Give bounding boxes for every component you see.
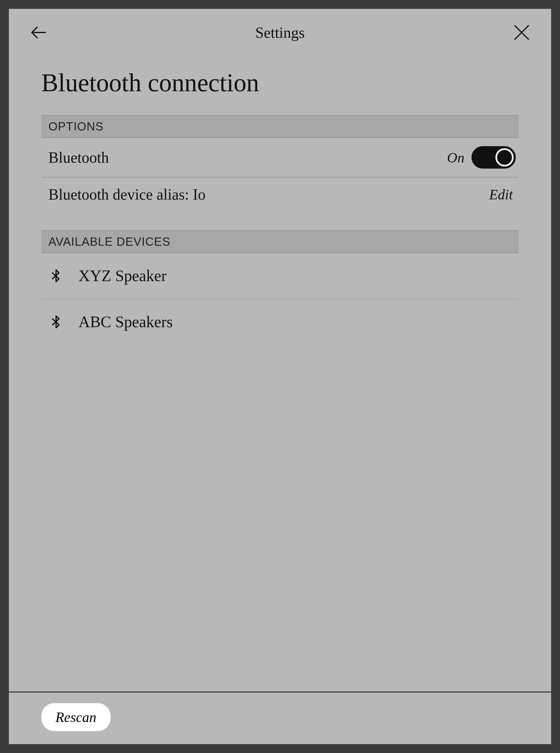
device-name: XYZ Speaker [79, 267, 166, 285]
back-arrow-icon [29, 23, 48, 42]
close-icon [513, 24, 530, 41]
device-frame: Settings Bluetooth connection OPTIONS Bl… [0, 0, 560, 753]
screen: Settings Bluetooth connection OPTIONS Bl… [9, 9, 551, 744]
device-row[interactable]: XYZ Speaker [41, 253, 519, 299]
bluetooth-toggle-group: On [447, 146, 516, 169]
edit-alias-button[interactable]: Edit [489, 186, 516, 202]
bluetooth-toggle[interactable] [472, 146, 516, 169]
bluetooth-icon [50, 269, 62, 283]
section-header-available: AVAILABLE DEVICES [41, 230, 519, 253]
device-list: XYZ Speaker ABC Speakers [41, 253, 519, 345]
bluetooth-label: Bluetooth [48, 149, 109, 166]
close-button[interactable] [510, 21, 534, 44]
device-name: ABC Speakers [79, 313, 173, 331]
header-title: Settings [50, 24, 510, 41]
bluetooth-icon [50, 315, 62, 329]
rescan-button[interactable]: Rescan [41, 703, 111, 731]
alias-row[interactable]: Bluetooth device alias: Io Edit [41, 177, 519, 211]
alias-value: Io [193, 186, 206, 203]
top-bar: Settings [9, 9, 551, 53]
back-button[interactable] [26, 21, 50, 44]
alias-label: Bluetooth device alias: Io [48, 186, 206, 203]
toggle-knob [495, 148, 514, 167]
bluetooth-toggle-row[interactable]: Bluetooth On [41, 138, 519, 177]
bluetooth-state-label: On [447, 150, 464, 166]
alias-prefix: Bluetooth device alias: [48, 186, 193, 203]
page-title: Bluetooth connection [41, 68, 519, 97]
spacer [41, 211, 519, 230]
footer-bar: Rescan [9, 692, 551, 744]
device-row[interactable]: ABC Speakers [41, 299, 519, 345]
section-header-options: OPTIONS [41, 115, 519, 138]
content-area: Bluetooth connection OPTIONS Bluetooth O… [9, 53, 551, 692]
